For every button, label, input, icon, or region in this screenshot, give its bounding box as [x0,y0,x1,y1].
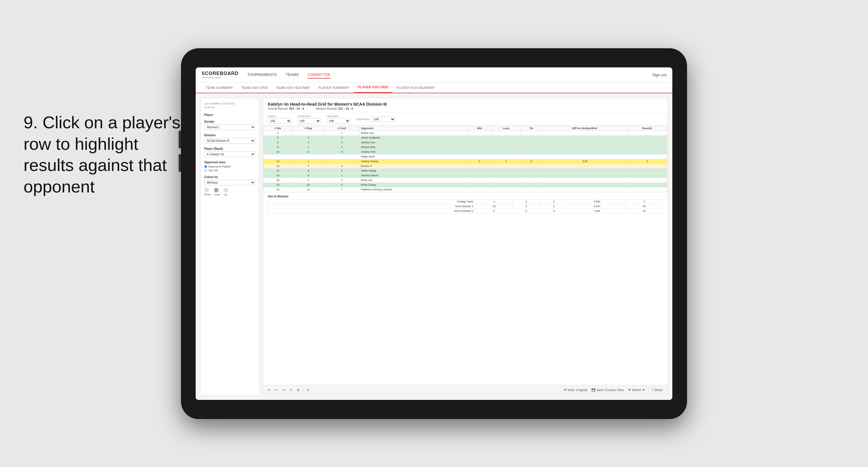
sidebar-colour-by: Colour by Win/loss Down Level [204,176,255,196]
logo-sub: Powered by clippd [202,76,239,79]
col-win: Win [467,126,492,131]
toolbar-separator-1 [303,387,303,392]
col-div: # Div [264,126,292,131]
filter-group-opponent: Opponent (All) [327,115,350,124]
colour-level: Level [214,188,220,196]
main-content: Last Updated: 27/03/2024 16:55:38 Player… [196,93,672,400]
tablet-frame: SCOREBOARD Powered by clippd TOURNAMENTS… [181,48,687,419]
share-icon: ⤴ [651,388,653,392]
refresh-btn[interactable]: ↻ [306,387,311,393]
out-of-division-table: Foreign Team1004.5002NAIA Division 11500… [268,199,662,214]
table-row[interactable]: 1063Andrea York [264,150,667,154]
watch-btn[interactable]: 👁 Watch ▼ [627,387,646,392]
col-conf: # Conf [324,126,359,131]
filter-group-region: Region (All) [268,115,291,124]
division-select[interactable]: NCAA Division III [204,138,255,144]
table-row[interactable]: 1474Eunice Yi [264,164,667,168]
table-row[interactable]: 31Esther Lee [264,131,667,135]
conference-select[interactable]: (All) [297,118,321,124]
sub-nav-team-h2h-heatmap[interactable]: TEAM H2H HEATMAP [272,83,314,93]
opponent-select[interactable]: (All) [327,118,350,124]
copy-btn[interactable]: ⧉ [296,387,301,393]
col-loss: Loss [492,126,521,131]
out-table-body: Foreign Team1004.5002NAIA Division 11500… [268,199,662,213]
nav-bar: SCOREBOARD Powered by clippd TOURNAMENTS… [196,67,672,83]
col-rounds: Rounds [627,126,667,131]
table-row[interactable]: 131Jessica Huang010-3.002 [264,159,667,164]
colour-down-label: Down [204,193,211,196]
division-record-value: 331 - 34 - 6 [338,107,353,111]
player-rank-label: Player (Rank) [204,147,255,150]
radio-group: Opponents Played Top 100 [204,165,255,172]
colour-up: Up [223,188,228,196]
overall-record: Overall Record: 353 - 34 - 6 [268,107,304,111]
sidebar-gender: Gender Women's [204,120,255,130]
save-custom-view-btn[interactable]: 💾 Save Custom View [590,387,625,393]
sidebar: Last Updated: 27/03/2024 16:55:38 Player… [200,98,259,395]
out-table-row[interactable]: NCAA Division 25007.40010 [268,209,662,213]
conference-filter-label: Conference [297,115,321,118]
out-of-division-title: Out of division [268,195,662,198]
content-area: Katelyn Vo Head-to-Head Grid for Women's… [263,98,668,395]
grid-table[interactable]: # Div # Reg # Conf Opponent Win Loss Tie… [263,126,667,385]
logo-title: SCOREBOARD [202,71,239,76]
colour-by-label: Colour by [204,176,255,179]
watch-icon: 👁 [628,388,631,392]
colour-dot-down [204,188,209,192]
sidebar-player-title: Player [204,113,255,117]
radio-opponents-played[interactable]: Opponents Played [204,165,255,168]
table-header-row: # Div # Reg # Conf Opponent Win Loss Tie… [264,126,667,131]
table-row[interactable]: Haejo Hyun [264,154,667,159]
filter-row: Region (All) Conference (All) [263,113,667,126]
division-record: Division Record: 331 - 34 - 6 [316,107,353,111]
sidebar-player-section: Player [204,113,255,117]
nav-teams[interactable]: TEAMS [286,71,299,79]
last-updated: Last Updated: 27/03/2024 16:55:38 [204,102,255,110]
col-tie: Tie [521,126,542,131]
out-table-row[interactable]: Foreign Team1004.5002 [268,199,662,204]
sign-out[interactable]: Sign out [652,73,666,77]
filter-group-conference: Conference (All) [297,115,321,124]
table-row[interactable]: 914Sharon Mun [264,145,667,150]
view-original-btn[interactable]: 👁 View: Original [562,387,589,392]
nav-tournaments[interactable]: TOURNAMENTS [247,71,277,79]
col-opponent: Opponent [359,126,467,131]
cut-btn[interactable]: ✂ [289,387,293,393]
table-row[interactable]: 1585Stella Chang [264,168,667,173]
redo-btn[interactable]: ↩ [274,387,279,393]
save-icon: 💾 [591,388,595,392]
sub-nav-player-h2h-heatmap[interactable]: PLAYER H2H HEATMAP [393,83,438,93]
col-diff: Diff Av Strokes/Rnd [542,126,627,131]
table-row[interactable]: 19106Emily Chang [264,182,667,187]
sub-nav-player-summary[interactable]: PLAYER SUMMARY [314,83,354,93]
colour-by-select[interactable]: Win/loss [204,180,255,185]
out-table-row[interactable]: NAIA Division 115009.26730 [268,204,662,209]
gender-select[interactable]: Women's [204,124,255,130]
table-row[interactable]: 1691Jessica Mason [264,173,667,178]
radio-top-100[interactable]: Top 100 [204,169,255,172]
table-row[interactable]: 613Sydney Kuo [264,140,667,145]
gender-label: Gender [204,120,255,123]
redo2-btn[interactable]: ↪ [281,387,286,393]
sub-nav-team-h2h-grid[interactable]: TEAM H2H GRID [237,83,272,93]
opponent-filter-label: Opponent [327,115,350,118]
player-rank-select[interactable]: 8. Katelyn Vo [204,152,255,157]
region-select[interactable]: (All) [268,118,291,124]
sub-nav: TEAM SUMMARY TEAM H2H GRID TEAM H2H HEAT… [196,83,672,93]
sub-nav-team-summary[interactable]: TEAM SUMMARY [202,83,237,93]
undo-btn[interactable]: ↩ [267,387,272,393]
division-record-label: Division Record: [316,107,337,111]
opponents-select[interactable]: (All) [372,117,395,122]
filter-group-opponents: Opponents: (All) [356,117,395,122]
share-btn[interactable]: ⤴ Share [650,387,664,392]
toolbar-separator-2 [648,387,649,392]
col-reg: # Reg [292,126,324,131]
nav-committee[interactable]: COMMITTEE [308,71,331,79]
table-row[interactable]: 1822Euna Lee [264,178,667,182]
sub-nav-player-h2h-grid[interactable]: PLAYER H2H GRID [354,83,393,93]
table-row[interactable]: 522Alexis Sudjianto [264,135,667,140]
division-label: Division [204,133,255,137]
colour-indicators: Down Level Up [204,188,255,196]
out-of-division: Out of division Foreign Team1004.5002NAI… [263,192,667,216]
table-row[interactable]: 20117Federica Domecq Lacroze [264,187,667,192]
